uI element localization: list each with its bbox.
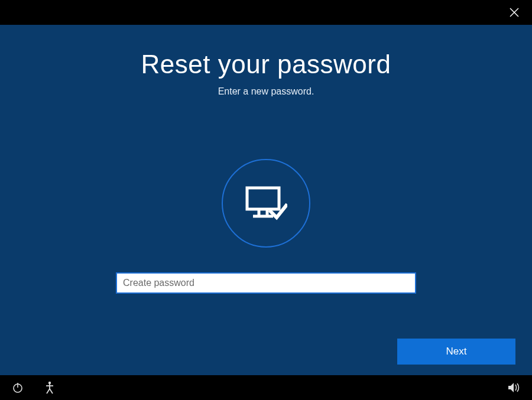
volume-button[interactable] [507, 381, 521, 395]
volume-icon [508, 382, 521, 394]
power-icon [12, 382, 24, 394]
power-button[interactable] [11, 381, 25, 395]
bottombar [0, 375, 532, 400]
monitor-check-circle [222, 159, 310, 248]
svg-line-11 [47, 389, 50, 394]
password-input[interactable] [116, 272, 416, 294]
accessibility-icon [44, 381, 56, 394]
page-subtitle: Enter a new password. [218, 86, 314, 97]
next-button[interactable]: Next [397, 339, 515, 365]
page-title: Reset your password [141, 50, 391, 79]
monitor-check-icon [245, 184, 287, 222]
svg-rect-2 [247, 188, 279, 209]
main-panel: Reset your password Enter a new password… [0, 25, 532, 375]
ease-of-access-button[interactable] [43, 381, 57, 395]
svg-marker-13 [508, 383, 514, 392]
svg-line-12 [50, 389, 53, 394]
svg-point-8 [48, 382, 51, 384]
close-icon [510, 8, 519, 17]
titlebar [0, 0, 532, 25]
close-button[interactable] [507, 5, 521, 19]
